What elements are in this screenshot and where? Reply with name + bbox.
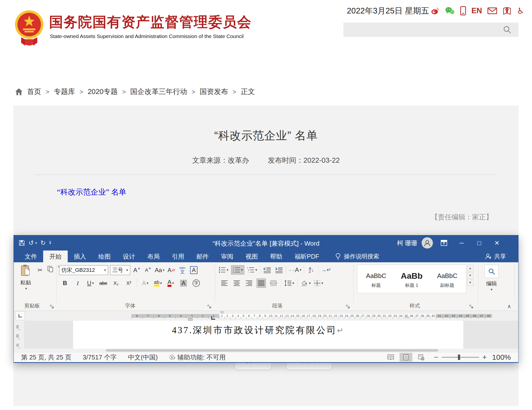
collapse-ribbon-icon[interactable]: ∧ bbox=[507, 303, 511, 310]
vertical-ruler[interactable]: 293031 bbox=[14, 321, 24, 349]
styles-dialog-launcher-icon[interactable] bbox=[469, 305, 473, 309]
borders-button[interactable]: ▾ bbox=[314, 278, 323, 288]
tab-references[interactable]: 引用 bbox=[166, 251, 190, 262]
show-hide-marks-button[interactable]: →↵ bbox=[321, 265, 331, 275]
tab-stop-marker[interactable] bbox=[211, 316, 215, 320]
maximize-button[interactable]: □ bbox=[473, 239, 486, 247]
superscript-button[interactable]: X² bbox=[124, 278, 133, 288]
decrease-indent-button[interactable] bbox=[262, 265, 272, 275]
bold-button[interactable]: B bbox=[60, 278, 70, 288]
weibo-icon[interactable] bbox=[431, 6, 440, 15]
tab-file[interactable]: 文件 bbox=[19, 251, 43, 262]
numbered-list-button[interactable]: 1 2 3 ▾ bbox=[231, 265, 245, 275]
tab-view[interactable]: 视图 bbox=[239, 251, 264, 262]
ribbon-display-options-icon[interactable] bbox=[437, 239, 451, 246]
tab-home[interactable]: 开始 bbox=[43, 251, 68, 262]
tab-review[interactable]: 审阅 bbox=[215, 251, 239, 262]
style-title[interactable]: AaBbC 标题 bbox=[358, 269, 394, 289]
edit-dropdown-icon[interactable]: ▾ bbox=[482, 287, 501, 292]
mail-icon[interactable] bbox=[487, 7, 497, 14]
paste-button[interactable]: 粘贴 ▾ bbox=[18, 264, 33, 294]
user-name[interactable]: 柯 珊珊 bbox=[397, 239, 417, 247]
breadcrumb-release[interactable]: 国资发布 bbox=[200, 87, 228, 97]
accessibility-icon[interactable]: ♿ bbox=[517, 6, 524, 15]
style-subtitle[interactable]: AaBbC 副标题 bbox=[429, 269, 465, 289]
multilevel-list-button[interactable]: 1 a i ▾ bbox=[247, 265, 257, 275]
grow-font-button[interactable]: A▲ bbox=[132, 265, 142, 275]
site-search-input[interactable] bbox=[343, 23, 519, 37]
strikethrough-button[interactable]: abc bbox=[99, 278, 108, 288]
tab-draw[interactable]: 绘图 bbox=[92, 251, 117, 262]
shading-button[interactable]: ▾ bbox=[300, 278, 311, 288]
styles-scroll-down-icon[interactable]: ▼ bbox=[467, 272, 473, 278]
horizontal-scrollbar[interactable] bbox=[14, 349, 518, 352]
horizontal-scrollbar-thumb[interactable] bbox=[106, 349, 438, 352]
tab-selector[interactable] bbox=[15, 311, 25, 320]
wechat-icon[interactable] bbox=[445, 6, 455, 15]
attachment-link[interactable]: “科改示范企业” 名单 bbox=[57, 187, 126, 197]
accessibility-status[interactable]: ? 辅助功能: 不可用 bbox=[169, 353, 225, 362]
mobile-icon[interactable] bbox=[460, 6, 466, 15]
phonetic-guide-button[interactable]: wén 文 bbox=[178, 265, 187, 275]
breadcrumb-reform-action[interactable]: 国企改革三年行动 bbox=[130, 87, 187, 97]
home-icon[interactable] bbox=[15, 88, 23, 96]
align-right-button[interactable] bbox=[244, 278, 254, 288]
english-version-link[interactable]: EN bbox=[471, 6, 482, 15]
font-color-button[interactable]: A ▾ bbox=[166, 278, 175, 288]
text-effects-button[interactable]: A▾ bbox=[141, 278, 150, 288]
tab-mailings[interactable]: 邮件 bbox=[190, 251, 215, 262]
zoom-percent[interactable]: 100% bbox=[492, 353, 511, 361]
bullet-list-button[interactable]: ▾ bbox=[219, 265, 229, 275]
breadcrumb-home[interactable]: 首页 bbox=[27, 87, 41, 97]
shrink-font-button[interactable]: A▼ bbox=[143, 265, 153, 275]
read-mode-icon[interactable] bbox=[384, 353, 397, 362]
page-indicator[interactable]: 第 25 页, 共 25 页 bbox=[21, 353, 71, 362]
tell-me-search[interactable]: 操作说明搜索 bbox=[335, 251, 379, 262]
tab-help[interactable]: 帮助 bbox=[264, 251, 288, 262]
justify-button[interactable] bbox=[257, 278, 266, 288]
avatar[interactable] bbox=[422, 237, 433, 249]
share-button[interactable]: 共享 bbox=[485, 251, 506, 262]
paragraph-dialog-launcher-icon[interactable] bbox=[346, 305, 350, 309]
italic-button[interactable]: I bbox=[73, 278, 82, 288]
zoom-out-icon[interactable]: − bbox=[434, 353, 438, 361]
find-button[interactable] bbox=[484, 265, 499, 278]
style-heading1[interactable]: AaBb 标题 1 bbox=[394, 269, 429, 289]
document-page[interactable]: 437.深圳市市政设计研究院有限公司↵ bbox=[73, 321, 463, 349]
copy-icon[interactable] bbox=[46, 265, 55, 273]
highlight-button[interactable]: ab ▾ bbox=[153, 278, 163, 288]
clear-formatting-button[interactable]: A bbox=[167, 265, 176, 275]
sort-button[interactable]: A Z ↓ bbox=[307, 265, 316, 275]
change-case-button[interactable]: Aa▾ bbox=[155, 265, 165, 275]
clipboard-dialog-launcher-icon[interactable] bbox=[50, 305, 54, 309]
underline-button[interactable]: U▾ bbox=[86, 278, 95, 288]
character-border-button[interactable]: A bbox=[189, 265, 198, 275]
line-spacing-button[interactable]: ▾ bbox=[284, 278, 294, 288]
document-area[interactable]: 437.深圳市市政设计研究院有限公司↵ 293031 bbox=[14, 321, 518, 349]
enclose-characters-button[interactable]: 字 bbox=[192, 278, 201, 288]
align-left-button[interactable] bbox=[220, 278, 229, 288]
zoom-in-icon[interactable]: + bbox=[482, 353, 487, 361]
font-size-combo[interactable]: 三号 ▾ bbox=[110, 265, 130, 275]
location-icon[interactable] bbox=[503, 6, 511, 15]
align-center-button[interactable] bbox=[232, 278, 241, 288]
tab-design[interactable]: 设计 bbox=[117, 251, 141, 262]
tab-insert[interactable]: 插入 bbox=[68, 251, 92, 262]
character-shading-button[interactable]: A bbox=[179, 278, 188, 288]
language-indicator[interactable]: 中文(中国) bbox=[128, 353, 158, 362]
print-layout-icon[interactable] bbox=[400, 353, 412, 362]
breadcrumb-topics[interactable]: 专题库 bbox=[54, 87, 75, 97]
font-dialog-launcher-icon[interactable] bbox=[208, 305, 211, 309]
tab-foxit-pdf[interactable]: 福昕PDF bbox=[288, 251, 325, 262]
cut-icon[interactable]: ✂ bbox=[35, 266, 45, 274]
font-name-combo[interactable]: 仿宋_GB2312 ▾ bbox=[59, 265, 108, 275]
document-text-line[interactable]: 437.深圳市市政设计研究院有限公司↵ bbox=[172, 324, 344, 336]
styles-scroll-up-icon[interactable]: ▲ bbox=[467, 265, 473, 271]
increase-indent-button[interactable] bbox=[274, 265, 284, 275]
edit-label[interactable]: 编辑 bbox=[482, 280, 501, 287]
minimize-button[interactable]: ─ bbox=[455, 239, 468, 247]
left-indent-marker[interactable] bbox=[188, 318, 192, 320]
word-count[interactable]: 3/7517 个字 bbox=[83, 353, 117, 362]
asian-layout-button[interactable]: ←→ A ▾ bbox=[289, 265, 302, 275]
zoom-slider[interactable] bbox=[442, 354, 479, 360]
